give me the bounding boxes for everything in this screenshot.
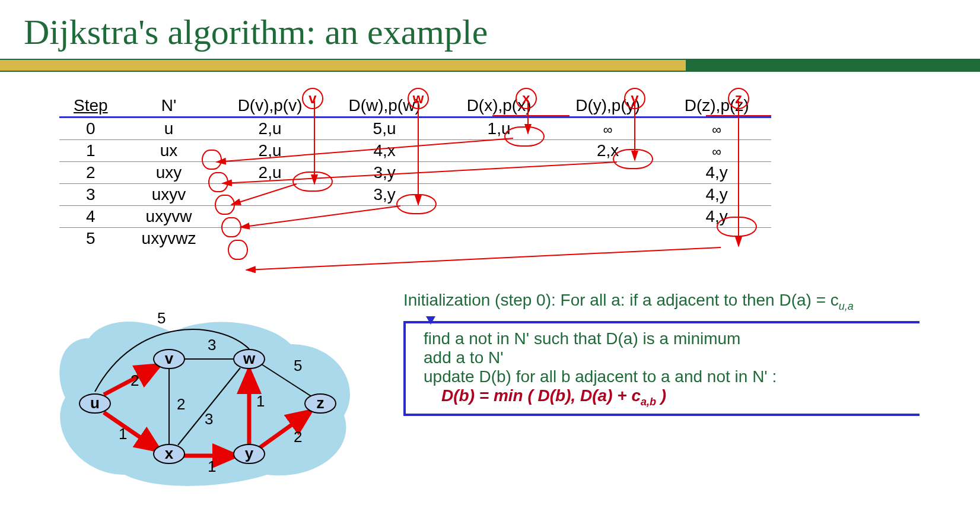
letter-circle-w: w: [408, 88, 429, 109]
min-circle: [504, 126, 545, 147]
min-circle: [717, 217, 757, 237]
cell-dw: 5,u: [324, 117, 444, 140]
svg-text:v: v: [165, 350, 174, 367]
slide-title: Dijkstra's algorithm: an example: [0, 0, 980, 59]
svg-text:2: 2: [177, 395, 185, 413]
cell-dx: [444, 184, 553, 206]
cell-nprime: uxyv: [122, 184, 216, 206]
cell-dw: 3,y: [324, 162, 444, 184]
nprime-addition-circle: [221, 217, 241, 237]
nprime-addition-circle: [228, 240, 248, 260]
col-header: D(y),p(y): [553, 95, 663, 117]
svg-text:w: w: [243, 350, 256, 367]
svg-text:x: x: [165, 444, 174, 462]
svg-text:z: z: [317, 394, 324, 412]
cell-dv: 2,u: [215, 117, 324, 140]
algo-line: update D(b) for all b adjacent to a and …: [424, 367, 914, 386]
min-circle: [613, 149, 653, 169]
cell-dw: 4,x: [324, 140, 444, 162]
cell-dy: [553, 206, 663, 228]
cell-dv: 2,u: [215, 140, 324, 162]
graph-diagram: uvwxyz 2153231125: [53, 303, 362, 493]
algo-line: find a not in N' such that D(a) is a min…: [424, 329, 914, 348]
cell-nprime: uxy: [122, 162, 216, 184]
cell-nprime: u: [122, 117, 216, 140]
cell-dw: [324, 228, 444, 250]
cell-step: 5: [59, 228, 122, 250]
letter-circle-x: x: [516, 88, 537, 109]
svg-text:2: 2: [294, 428, 302, 446]
svg-text:1: 1: [208, 458, 216, 475]
svg-text:2: 2: [131, 371, 139, 389]
min-circle: [292, 171, 333, 192]
algo-line: add a to N': [424, 348, 914, 367]
cell-dx: [444, 228, 553, 250]
svg-line-9: [246, 247, 721, 270]
cell-step: 2: [59, 162, 122, 184]
cell-dx: [444, 206, 553, 228]
min-circle: [396, 194, 437, 214]
letter-circle-z: z: [728, 88, 749, 109]
col-header: D(x),p(x): [444, 95, 553, 117]
col-header: Step: [59, 95, 122, 117]
algorithm-text: Initialization (step 0): For all a: if a…: [403, 291, 919, 416]
cell-step: 0: [59, 117, 122, 140]
svg-text:y: y: [245, 444, 254, 462]
nprime-addition-circle: [215, 195, 235, 215]
cell-dz: ∞: [662, 117, 771, 140]
cell-dy: ∞: [553, 117, 663, 140]
cell-dy: [553, 228, 663, 250]
loop-box: find a not in N' such that D(a) is a min…: [403, 321, 919, 417]
col-header: D(z),p(z): [662, 95, 771, 117]
nprime-addition-circle: [208, 172, 228, 192]
svg-text:1: 1: [256, 392, 265, 410]
nprime-addition-circle: [202, 150, 222, 170]
cell-nprime: uxyvw: [122, 206, 216, 228]
svg-text:1: 1: [119, 425, 127, 443]
cell-dz: 4,y: [662, 162, 771, 184]
svg-text:5: 5: [294, 357, 302, 374]
svg-text:3: 3: [208, 336, 216, 354]
letter-circle-y: y: [624, 88, 645, 109]
svg-text:5: 5: [157, 309, 166, 327]
letter-circle-v: v: [302, 88, 323, 109]
cell-dz: 4,y: [662, 184, 771, 206]
svg-text:u: u: [90, 394, 100, 412]
min-formula: D(b) = min ( D(b), D(a) + ca,b ): [441, 386, 914, 408]
cell-dy: [553, 184, 663, 206]
dijkstra-table: StepN'D(v),p(v)D(w),p(w)D(x),p(x)D(y),p(…: [59, 95, 771, 249]
cell-dz: ∞: [662, 140, 771, 162]
cell-nprime: uxyvwz: [122, 228, 216, 250]
divider-bar: [0, 59, 980, 72]
svg-text:3: 3: [205, 410, 213, 428]
col-header: N': [122, 95, 216, 117]
init-line: Initialization (step 0): For all a: if a…: [403, 291, 919, 313]
cell-step: 1: [59, 140, 122, 162]
cell-dx: [444, 162, 553, 184]
cell-step: 4: [59, 206, 122, 228]
cell-step: 3: [59, 184, 122, 206]
